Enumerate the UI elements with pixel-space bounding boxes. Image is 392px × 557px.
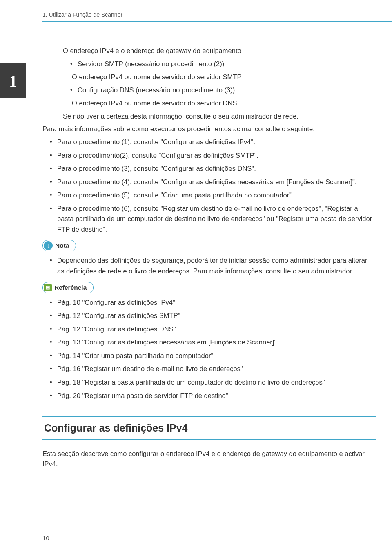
list-item: Configuração DNS (necessário no procedim…: [72, 85, 376, 96]
list-item: Dependendo das definições de segurança, …: [51, 255, 376, 276]
nota-label: Nota: [55, 241, 69, 251]
list-item: Para o procedimento(2), consulte "Config…: [51, 150, 376, 161]
intro-line-1: O endereço IPv4 e o endereço de gateway …: [63, 46, 376, 56]
down-arrow-icon: ↓: [44, 241, 53, 250]
nota-callout: ↓ Nota: [42, 240, 76, 251]
page-number: 10: [42, 535, 49, 541]
header-title: 1. Utilizar a Função de Scanner: [42, 11, 122, 18]
list-item: Pág. 12 "Configurar as definições SMTP": [51, 311, 376, 321]
list-item: Pág. 12 "Configurar as definições DNS": [51, 324, 376, 335]
page-header: 1. Utilizar a Função de Scanner: [0, 0, 392, 18]
list-item: Para o procedimento (5), consulte "Criar…: [51, 190, 376, 201]
page-content: O endereço IPv4 e o endereço de gateway …: [0, 22, 392, 470]
more-info-line: Para mais informações sobre como executa…: [42, 124, 376, 134]
list-item: Para o procedimento (6), consulte "Regis…: [51, 204, 376, 235]
referencia-label: Referência: [54, 283, 87, 293]
section-heading: Configurar as definições IPv4: [42, 416, 376, 440]
closing-paragraph: Esta secção descreve como configurar o e…: [42, 449, 376, 470]
list-item: Para o procedimento (4), consulte "Confi…: [51, 177, 376, 188]
list-item: Pág. 10 "Configurar as definições IPv4": [51, 298, 376, 308]
list-item: Pág. 16 "Registar um destino de e-mail n…: [51, 364, 376, 374]
intro-bullets-2: Configuração DNS (necessário no procedim…: [63, 85, 376, 96]
referencia-list: Pág. 10 "Configurar as definições IPv4" …: [42, 298, 376, 401]
chapter-tab: 1: [0, 63, 26, 98]
intro-block: O endereço IPv4 e o endereço de gateway …: [42, 46, 376, 121]
list-item: Pág. 18 "Registar a pasta partilhada de …: [51, 377, 376, 388]
list-item: Pág. 20 "Registar uma pasta de servidor …: [51, 391, 376, 401]
intro-line-3: O endereço IPv4 ou nome de servidor do s…: [63, 98, 376, 109]
list-item: Para o procedimento (1), consulte "Confi…: [51, 137, 376, 148]
referencia-callout: ▤ Referência: [42, 282, 94, 293]
procedure-list: Para o procedimento (1), consulte "Confi…: [42, 137, 376, 235]
list-item: Pág. 13 "Configurar as definições necess…: [51, 337, 376, 348]
intro-line-4: Se não tiver a certeza desta informação,…: [63, 111, 376, 122]
intro-line-2: O endereço IPv4 ou nome de servidor do s…: [63, 72, 376, 83]
list-item: Para o procedimento (3), consulte "Confi…: [51, 163, 376, 174]
nota-list: Dependendo das definições de segurança, …: [42, 255, 376, 276]
chapter-number: 1: [9, 72, 17, 91]
list-item: Pág. 14 "Criar uma pasta partilhada no c…: [51, 351, 376, 361]
intro-bullets-1: Servidor SMTP (necessário no procediment…: [63, 59, 376, 69]
reference-icon: ▤: [44, 284, 52, 291]
list-item: Servidor SMTP (necessário no procediment…: [72, 59, 376, 69]
